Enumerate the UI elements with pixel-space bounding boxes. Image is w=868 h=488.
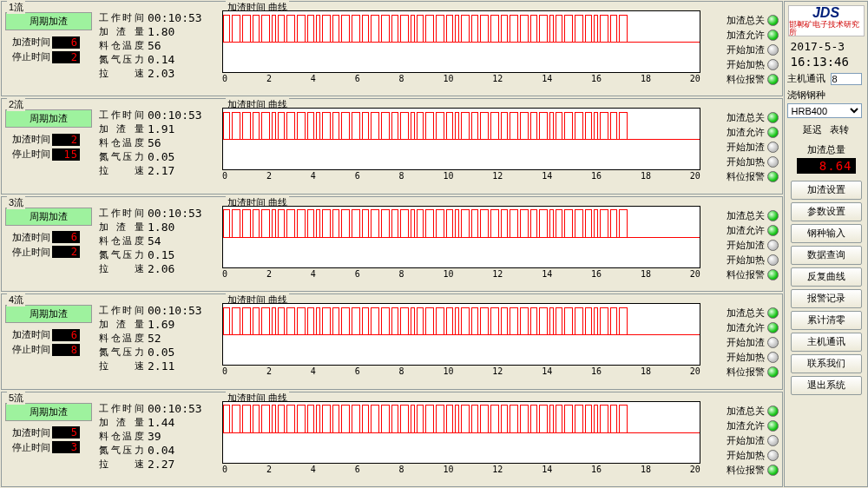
stat-label: 料仓温度 xyxy=(99,39,148,52)
stat-label: 拉 速 xyxy=(99,164,148,177)
stat-value: 1.80 xyxy=(148,221,174,234)
sidebar: JDS 邯郸矿电子技术研究所 2017-5-3 16:13:46 主机通讯 浇钢… xyxy=(784,1,868,487)
sidebar-button[interactable]: 退出系统 xyxy=(791,376,862,395)
sidebar-button[interactable]: 钢种输入 xyxy=(791,224,862,243)
add-time-lcd: 6 xyxy=(52,329,80,341)
stat-label: 加 渣 量 xyxy=(99,122,148,135)
status-lamp xyxy=(767,240,779,251)
add-time-lcd: 2 xyxy=(52,134,80,146)
chart: 加渣时间 曲线 02468101214161820 xyxy=(220,197,706,291)
plot-area xyxy=(222,108,700,170)
stop-time-label: 停止时间 xyxy=(5,148,52,161)
light-label: 料位报警 xyxy=(707,268,767,281)
host-input[interactable] xyxy=(831,73,862,85)
channel-3: 3流 周期加渣 加渣时间6 停止时间2 工作时间00:10:53加 渣 量1.8… xyxy=(1,196,783,292)
light-label: 加渣允许 xyxy=(707,126,767,139)
link-delay[interactable]: 延迟 xyxy=(803,124,822,135)
add-time-lcd: 6 xyxy=(52,36,80,49)
cycle-button[interactable]: 周期加渣 xyxy=(5,305,92,323)
stop-time-lcd: 15 xyxy=(52,148,80,161)
light-label: 开始加渣 xyxy=(707,434,767,447)
add-time-label: 加渣时间 xyxy=(5,328,52,341)
channel-title: 5流 xyxy=(7,392,25,405)
sidebar-button[interactable]: 主机通讯 xyxy=(791,333,862,352)
stat-label: 工作时间 xyxy=(99,304,148,317)
x-axis-ticks: 02468101214161820 xyxy=(222,366,700,376)
status-lamp xyxy=(767,210,779,221)
cycle-button[interactable]: 周期加渣 xyxy=(5,12,92,30)
stat-label: 料仓温度 xyxy=(99,136,148,149)
add-time-lcd: 6 xyxy=(52,231,80,243)
stat-value: 56 xyxy=(148,39,161,52)
add-time-label: 加渣时间 xyxy=(5,133,52,146)
add-time-label: 加渣时间 xyxy=(5,36,52,49)
stat-label: 拉 速 xyxy=(99,67,148,80)
status-lamp xyxy=(767,307,779,319)
stop-time-label: 停止时间 xyxy=(5,343,52,356)
stat-value: 00:10:53 xyxy=(148,402,202,415)
x-axis-ticks: 02468101214161820 xyxy=(222,464,700,474)
host-label: 主机通讯 xyxy=(787,72,831,85)
x-axis-ticks: 02468101214161820 xyxy=(222,170,700,181)
x-axis-ticks: 02468101214161820 xyxy=(222,73,700,83)
grade-select[interactable]: HRB400 xyxy=(787,103,862,118)
stat-label: 氮气压力 xyxy=(99,53,148,66)
time-display: 16:13:46 xyxy=(791,55,865,69)
light-label: 加渣允许 xyxy=(707,321,767,334)
stat-value: 52 xyxy=(148,332,161,345)
link-forward[interactable]: 表转 xyxy=(830,124,849,135)
status-lamp xyxy=(767,59,779,70)
status-lights: 加渣总关加渣允许开始加渣开始加热料位报警 xyxy=(706,99,782,193)
sidebar-button[interactable]: 反复曲线 xyxy=(791,267,862,287)
stop-time-lcd: 2 xyxy=(52,246,80,258)
sidebar-button[interactable]: 联系我们 xyxy=(791,354,862,373)
status-lamp xyxy=(767,254,779,266)
sidebar-button[interactable]: 累计清零 xyxy=(791,311,862,330)
stat-value: 39 xyxy=(148,430,161,443)
x-axis-ticks: 02468101214161820 xyxy=(222,268,700,279)
stat-label: 料仓温度 xyxy=(99,332,148,345)
sidebar-button[interactable]: 参数设置 xyxy=(791,202,862,221)
stats-block: 工作时间00:10:53加 渣 量1.80料仓温度54氮气压力0.15拉 速2.… xyxy=(95,197,220,291)
chart: 加渣时间 曲线 02468101214161820 xyxy=(220,99,706,193)
light-label: 开始加热 xyxy=(707,58,767,71)
plot-area xyxy=(222,206,700,268)
light-label: 加渣允许 xyxy=(707,29,767,42)
stat-value: 1.44 xyxy=(148,416,174,429)
stat-label: 加 渣 量 xyxy=(99,416,148,429)
sidebar-button[interactable]: 报警记录 xyxy=(791,289,862,308)
stat-value: 1.80 xyxy=(148,25,174,38)
light-label: 开始加渣 xyxy=(707,336,767,349)
stat-value: 00:10:53 xyxy=(148,11,202,24)
stat-label: 氮气压力 xyxy=(99,346,148,359)
stop-time-lcd: 8 xyxy=(52,344,80,356)
cycle-button[interactable]: 周期加渣 xyxy=(5,109,92,128)
light-label: 料位报警 xyxy=(707,170,767,183)
channel-1: 1流 周期加渣 加渣时间6 停止时间2 工作时间00:10:53加 渣 量1.8… xyxy=(1,1,783,96)
light-label: 加渣总关 xyxy=(707,209,767,222)
stat-value: 0.15 xyxy=(148,248,174,261)
sidebar-button[interactable]: 加渣设置 xyxy=(791,181,862,200)
cycle-button[interactable]: 周期加渣 xyxy=(5,403,92,421)
status-lamp xyxy=(767,366,779,378)
status-lamp xyxy=(767,225,779,236)
plot-area xyxy=(222,401,700,464)
channel-5: 5流 周期加渣 加渣时间5 停止时间3 工作时间00:10:53加 渣 量1.4… xyxy=(1,392,783,487)
sidebar-button[interactable]: 数据查询 xyxy=(791,246,862,265)
stats-block: 工作时间00:10:53加 渣 量1.44料仓温度39氮气压力0.04拉 速2.… xyxy=(95,392,220,486)
status-lamp xyxy=(767,269,779,280)
stat-label: 氮气压力 xyxy=(99,150,148,163)
total-lcd: 8.64 xyxy=(797,158,856,174)
stat-value: 2.17 xyxy=(148,164,174,177)
status-lamp xyxy=(767,171,779,182)
plot-area xyxy=(222,303,700,366)
status-lamp xyxy=(767,337,779,348)
stat-value: 0.05 xyxy=(148,150,174,163)
status-lamp xyxy=(767,352,779,363)
cycle-button[interactable]: 周期加渣 xyxy=(5,208,92,226)
stat-label: 氮气压力 xyxy=(99,248,148,261)
status-lamp xyxy=(767,15,779,26)
stat-value: 00:10:53 xyxy=(148,207,202,220)
logo-subtitle: 邯郸矿电子技术研究所 xyxy=(789,21,864,36)
stat-label: 料仓温度 xyxy=(99,234,148,247)
